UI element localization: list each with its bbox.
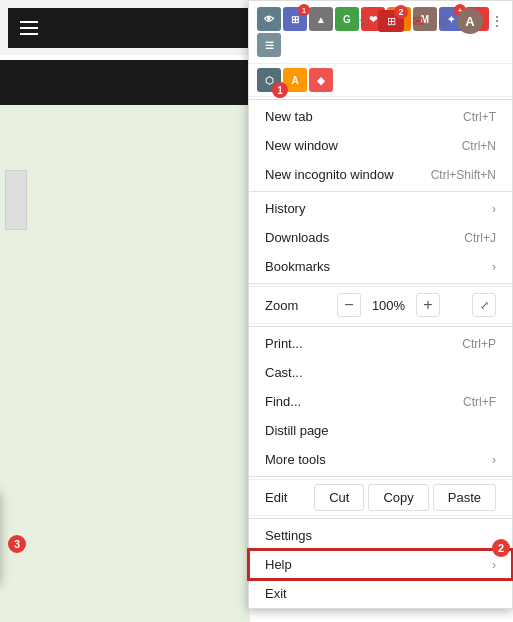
settings-label: Settings — [265, 528, 312, 543]
new-window-shortcut: Ctrl+N — [462, 139, 496, 153]
new-window-label: New window — [265, 138, 338, 153]
new-tab-label: New tab — [265, 109, 313, 124]
menu-settings[interactable]: Settings — [249, 521, 512, 550]
menu-print[interactable]: Print... Ctrl+P — [249, 329, 512, 358]
divider-5 — [249, 476, 512, 477]
cut-button[interactable]: Cut — [314, 484, 364, 511]
downloads-shortcut: Ctrl+J — [464, 231, 496, 245]
badge-circle-1: 1 — [272, 82, 288, 98]
ext-icon-1[interactable]: ⊞ 1 — [283, 7, 307, 31]
edit-row: Edit Cut Copy Paste — [249, 479, 512, 516]
profile-avatar[interactable]: A — [457, 8, 483, 34]
smiley-icon[interactable]: ☺ — [432, 10, 454, 32]
divider-1 — [249, 99, 512, 100]
divider-4 — [249, 326, 512, 327]
ext-privacy-icon[interactable]: 👁 — [257, 7, 281, 31]
star-icon[interactable]: ☆ — [353, 10, 375, 32]
zoom-label: Zoom — [265, 298, 305, 313]
menu-help[interactable]: Help › — [249, 550, 512, 579]
page-toolbar-dark — [8, 8, 248, 48]
divider-2 — [249, 191, 512, 192]
bookmarks-arrow: › — [492, 260, 496, 274]
ext-icon-2[interactable]: ▲ — [309, 7, 333, 31]
more-tools-label: More tools — [265, 452, 326, 467]
menu-new-window[interactable]: New window Ctrl+N — [249, 131, 512, 160]
zoom-controls: − 100% + — [337, 293, 440, 317]
divider-6 — [249, 518, 512, 519]
menu-find[interactable]: Find... Ctrl+F — [249, 387, 512, 416]
history-arrow: › — [492, 202, 496, 216]
menu-history[interactable]: History › — [249, 194, 512, 223]
zoom-plus-button[interactable]: + — [416, 293, 440, 317]
more-icon[interactable]: ⋮ — [486, 10, 508, 32]
page-content — [0, 105, 250, 622]
incognito-shortcut: Ctrl+Shift+N — [431, 168, 496, 182]
menu-distill[interactable]: Distill page — [249, 416, 512, 445]
hamburger-line — [20, 33, 38, 35]
zoom-row: Zoom − 100% + ⤢ — [249, 286, 512, 324]
hamburger-button[interactable] — [16, 13, 46, 43]
copy-button[interactable]: Copy — [368, 484, 428, 511]
edit-label: Edit — [265, 490, 310, 505]
menu-more-tools[interactable]: More tools › — [249, 445, 512, 474]
ext-icon-9[interactable]: ☰ — [257, 33, 281, 57]
zoom-value: 100% — [371, 298, 406, 313]
extensions-button-wrapper: ⊞ 2 — [378, 10, 404, 32]
bookmarks-label: Bookmarks — [265, 259, 330, 274]
more-tools-arrow: › — [492, 453, 496, 467]
menu-cast[interactable]: Cast... — [249, 358, 512, 387]
mail-icon[interactable]: ✉ — [407, 10, 429, 32]
ad-box — [5, 170, 27, 230]
divider-3 — [249, 283, 512, 284]
find-label: Find... — [265, 394, 301, 409]
menu-incognito[interactable]: New incognito window Ctrl+Shift+N — [249, 160, 512, 189]
print-label: Print... — [265, 336, 303, 351]
menu-bookmarks[interactable]: Bookmarks › — [249, 252, 512, 281]
help-label: Help — [265, 557, 292, 572]
find-shortcut: Ctrl+F — [463, 395, 496, 409]
menu-new-tab[interactable]: New tab Ctrl+T — [249, 102, 512, 131]
badge-2: 2 — [394, 5, 408, 19]
fullscreen-button[interactable]: ⤢ — [472, 293, 496, 317]
menu-exit[interactable]: Exit — [249, 579, 512, 608]
menu-downloads[interactable]: Downloads Ctrl+J — [249, 223, 512, 252]
page-black-bar — [0, 60, 250, 105]
downloads-label: Downloads — [265, 230, 329, 245]
print-shortcut: Ctrl+P — [462, 337, 496, 351]
ext-icon-diamond[interactable]: ◆ — [309, 68, 333, 92]
zoom-minus-button[interactable]: − — [337, 293, 361, 317]
paste-button[interactable]: Paste — [433, 484, 496, 511]
new-tab-shortcut: Ctrl+T — [463, 110, 496, 124]
hamburger-line — [20, 21, 38, 23]
badge-circle-3: 3 — [8, 535, 26, 553]
help-arrow: › — [492, 558, 496, 572]
top-bar-icons: ☆ ⊞ 2 ✉ ☺ A ⋮ — [353, 8, 508, 34]
badge-circle-2-help: 2 — [492, 539, 510, 557]
distill-label: Distill page — [265, 423, 329, 438]
extensions-row-2: ⬡ A ◆ — [249, 64, 512, 97]
cast-label: Cast... — [265, 365, 303, 380]
incognito-label: New incognito window — [265, 167, 394, 182]
exit-label: Exit — [265, 586, 287, 601]
hamburger-line — [20, 27, 38, 29]
history-label: History — [265, 201, 305, 216]
